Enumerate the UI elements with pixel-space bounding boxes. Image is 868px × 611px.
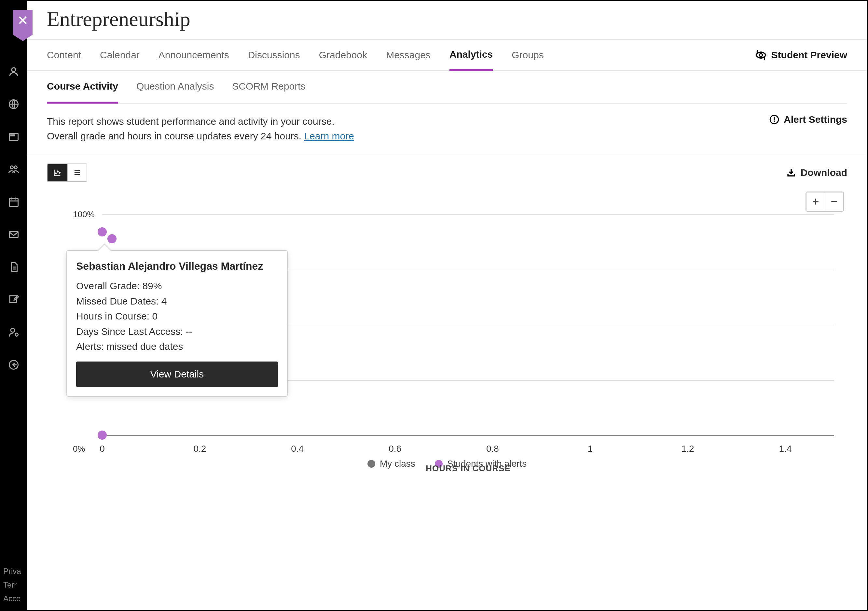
nav-gradebook[interactable]: Gradebook [319, 40, 367, 70]
svg-point-4 [11, 166, 13, 169]
description-line1: This report shows student performance an… [47, 114, 354, 129]
main-panel: Entrepreneurship Content Calendar Announ… [27, 0, 868, 611]
scatter-chart[interactable]: 100% 0% HOURS IN COURSE 00.20.40.60.811.… [47, 214, 847, 449]
zoom-in-button[interactable]: + [806, 193, 825, 211]
tooltip-alerts: Alerts: missed due dates [76, 339, 278, 354]
download-label: Download [801, 167, 847, 178]
nav-groups[interactable]: Groups [512, 40, 544, 70]
svg-point-10 [15, 333, 18, 336]
legend-dot-myclass [367, 460, 375, 468]
svg-rect-7 [9, 232, 18, 238]
tooltip-missed-due: Missed Due Dates: 4 [76, 294, 278, 309]
learn-more-link[interactable]: Learn more [304, 131, 354, 141]
alert-settings-button[interactable]: Alert Settings [769, 114, 847, 125]
primary-nav: Content Calendar Announcements Discussio… [27, 39, 867, 71]
rail-courses[interactable] [7, 130, 20, 143]
rail-profile[interactable] [7, 65, 20, 78]
page-title: Entrepreneurship [47, 7, 847, 31]
view-details-button[interactable]: View Details [76, 362, 278, 387]
svg-point-16 [57, 171, 58, 172]
tooltip-hours: Hours in Course: 0 [76, 309, 278, 324]
rail-edit[interactable] [7, 293, 20, 306]
x-axis-title: HOURS IN COURSE [426, 463, 511, 474]
toolbar: Download [27, 154, 867, 182]
download-button[interactable]: Download [786, 167, 847, 178]
rail-documents[interactable] [7, 261, 20, 274]
x-tick: 1.2 [682, 444, 694, 454]
svg-rect-6 [9, 199, 18, 207]
nav-content[interactable]: Content [47, 40, 81, 70]
student-tooltip: Sebastian Alejandro Villegas Martínez Ov… [67, 250, 288, 397]
rail-messages[interactable] [7, 228, 20, 241]
svg-point-5 [14, 166, 17, 169]
list-view-button[interactable] [67, 164, 87, 181]
x-tick: 0.6 [389, 444, 401, 454]
tooltip-student-name: Sebastian Alejandro Villegas Martínez [76, 259, 278, 273]
svg-rect-3 [11, 135, 15, 136]
footer-accessibility[interactable]: Acce [3, 593, 21, 605]
subnav-scorm-reports[interactable]: SCORM Reports [232, 71, 305, 103]
svg-point-0 [12, 68, 16, 72]
svg-point-9 [11, 328, 15, 332]
description-text: This report shows student performance an… [47, 114, 354, 143]
rail-institution[interactable] [7, 98, 20, 111]
nav-discussions[interactable]: Discussions [248, 40, 300, 70]
rail-footer-links: Priva Terr Acce [3, 563, 21, 605]
data-point[interactable] [98, 227, 107, 236]
zoom-controls: + − [806, 191, 844, 212]
chart-wrap: + − 100% 0% HOURS IN COURSE 00.20.40.60.… [27, 182, 867, 610]
x-tick: 0.2 [193, 444, 206, 454]
subnav-course-activity[interactable]: Course Activity [47, 71, 118, 104]
x-tick: 0.8 [486, 444, 499, 454]
student-preview-label: Student Preview [771, 50, 847, 61]
sub-nav: Course Activity Question Analysis SCORM … [47, 71, 847, 104]
chart-view-button[interactable] [48, 164, 67, 181]
download-icon [786, 167, 797, 178]
tooltip-overall-grade: Overall Grade: 89% [76, 278, 278, 294]
alert-settings-label: Alert Settings [784, 114, 847, 125]
x-tick: 0 [99, 444, 105, 454]
y-label-100: 100% [73, 210, 95, 219]
x-tick: 1 [588, 444, 593, 454]
x-tick: 1.4 [779, 444, 792, 454]
rail-signout[interactable] [7, 358, 20, 371]
view-toggle [47, 163, 87, 182]
legend-my-class[interactable]: My class [367, 459, 415, 469]
svg-point-17 [59, 172, 60, 173]
description-row: This report shows student performance an… [27, 104, 867, 154]
rail-groups[interactable] [7, 163, 20, 176]
chart-icon [53, 168, 62, 177]
student-preview-button[interactable]: Student Preview [755, 49, 847, 61]
data-point[interactable] [98, 431, 107, 440]
rail-calendar[interactable] [7, 196, 20, 208]
nav-calendar[interactable]: Calendar [100, 40, 140, 70]
nav-analytics[interactable]: Analytics [450, 40, 493, 71]
footer-terms[interactable]: Terr [3, 579, 21, 591]
preview-icon [755, 49, 767, 61]
data-point[interactable] [107, 234, 116, 243]
close-icon [17, 14, 29, 26]
rail-admin[interactable] [7, 326, 20, 339]
list-icon [73, 168, 82, 177]
subnav-question-analysis[interactable]: Question Analysis [136, 71, 214, 103]
nav-messages[interactable]: Messages [386, 40, 431, 70]
footer-privacy[interactable]: Priva [3, 565, 21, 577]
tooltip-days: Days Since Last Access: -- [76, 324, 278, 339]
svg-point-15 [55, 173, 57, 174]
close-panel-button[interactable] [13, 10, 33, 41]
x-tick: 0.4 [291, 444, 304, 454]
y-label-0: 0% [73, 444, 85, 454]
nav-announcements[interactable]: Announcements [158, 40, 229, 70]
alert-icon [769, 114, 780, 125]
header: Entrepreneurship [27, 1, 867, 39]
left-rail: Priva Terr Acce [0, 0, 27, 611]
description-line2: Overall grade and hours in course update… [47, 129, 354, 143]
svg-point-14 [773, 121, 775, 122]
svg-point-12 [759, 54, 762, 57]
zoom-out-button[interactable]: − [825, 193, 843, 211]
